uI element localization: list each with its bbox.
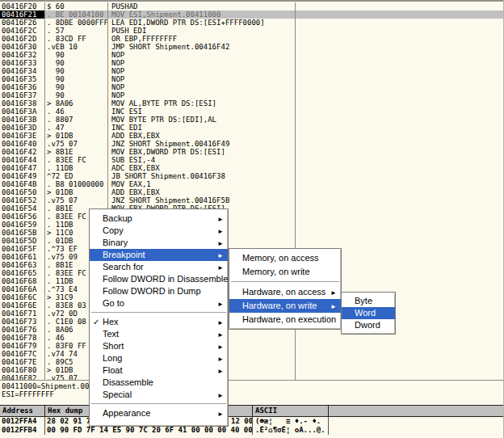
menu-item-go-to[interactable]: Go to► (90, 297, 228, 310)
disasm-row[interactable]: 00416F33 90NOP (0, 59, 504, 67)
disasm-row[interactable]: 00416F47. 11DBADC EBX,EBX (0, 164, 504, 172)
menu-item-backup[interactable]: Backup► (90, 213, 228, 225)
menu-item-label: Follow DWORD in Dump (103, 286, 201, 296)
menu-item-word[interactable]: Word (342, 307, 395, 319)
disasm-row[interactable]: 00416F37 90NOP (0, 91, 504, 99)
disasm-row[interactable]: 00416F40.v75 07JNZ SHORT Shipment.00416F… (0, 140, 504, 148)
comment-cell (296, 59, 504, 67)
disasm-row[interactable]: 00416F49^72 EDJB SHORT Shipment.00416F38 (0, 172, 504, 180)
checkmark-icon: ✓ (93, 316, 99, 328)
address-cell: 00416F79 (0, 342, 45, 350)
disasm-row[interactable]: 00416F7C.v74 74 (0, 350, 504, 358)
comment-cell (296, 51, 504, 59)
menu-item-hex[interactable]: ✓Hex► (90, 316, 228, 328)
menu-item-binary[interactable]: Binary► (90, 237, 228, 249)
disasm-row[interactable]: 00416F30.vEB 10JMP SHORT Shipment.00416F… (0, 43, 504, 51)
menu-item-byte[interactable]: Byte (342, 295, 395, 307)
menu-item-label: Float (103, 365, 122, 375)
menu-item-text[interactable]: Text► (90, 328, 228, 340)
disasm-row[interactable]: 00416F36 90NOP (0, 83, 504, 91)
address-cell: 00416F7C (0, 350, 45, 358)
disasm-row[interactable]: 00416F59. 11DB (0, 221, 504, 229)
address-cell: 00416F36 (0, 83, 45, 91)
disasm-row[interactable]: 00416F26. 8DBE 0000FFFFLEA EDI,DWORD PTR… (0, 19, 504, 27)
menu-item-appearance[interactable]: Appearance► (90, 407, 228, 419)
menu-item-label: Text (103, 329, 119, 339)
disasm-row[interactable]: 00416F52.v75 07JNZ SHORT Shipment.00416F… (0, 196, 504, 204)
disasm-cell: INC ESI (108, 107, 296, 116)
menu-item-disassemble[interactable]: Disassemble (90, 377, 228, 389)
menu-item-hardware-on-write[interactable]: Hardware, on write► (229, 299, 341, 313)
disasm-row[interactable]: 00416F3D. 47INC EDI (0, 124, 504, 132)
menu-item-follow-dword-in-disassembler[interactable]: Follow DWORD in Disassembler (90, 273, 228, 285)
disasm-row[interactable]: 00416F50> 01DBADD EBX,EBX (0, 188, 504, 196)
disasm-row[interactable]: 00416F44. 83EE FCSUB ESI,-4 (0, 156, 504, 164)
dump-rows: 0012FFA428 02 91 712 00(☻æ¦ ≡ ♦.- ♦.0012… (0, 417, 504, 435)
disasm-row[interactable]: 00416F56. 83EE FC (0, 213, 504, 221)
disasm-row[interactable]: 00416F3A. 46INC ESI (0, 107, 504, 116)
comment-cell (296, 91, 504, 99)
menu-item-dword[interactable]: Dword (342, 319, 395, 331)
disasm-row[interactable]: 00416F38> 8A06MOV AL,BYTE PTR DS:[ESI] (0, 99, 504, 107)
menu-item-float[interactable]: Float► (90, 364, 228, 377)
menu-item-label: Word (355, 308, 376, 318)
disasm-row[interactable]: 00416F2C. 57PUSH EDI (0, 27, 504, 35)
dump-row[interactable]: 0012FFA428 02 91 712 00(☻æ¦ ≡ ♦.- ♦. (0, 417, 504, 426)
menu-item-label: Short (103, 341, 124, 351)
disasm-row[interactable]: 00416F5B> 11C0 (0, 229, 504, 237)
disasm-row[interactable]: 00416F4B. B8 01000000MOV EAX,1 (0, 180, 504, 188)
menu-separator (91, 403, 226, 405)
disasm-row[interactable]: 00416F3E> 01DBADD EBX,EBX (0, 132, 504, 140)
comment-cell (296, 107, 504, 116)
menu-item-search-for[interactable]: Search for► (90, 261, 228, 273)
disasm-row[interactable]: 00416F35 90NOP (0, 75, 504, 83)
disasm-row[interactable]: 00416F20$ 60PUSHAD (0, 2, 504, 11)
address-cell: 00416F68 (0, 277, 45, 285)
opcode-cell: > 8A06 (45, 99, 108, 107)
disasm-row[interactable]: 00416F82.v75 07 (0, 374, 504, 380)
disasm-row[interactable]: 00416F5D. 01DB (0, 237, 504, 245)
address-cell: 00416F49 (0, 172, 45, 180)
menu-item-memory-on-write[interactable]: Memory, on write (229, 265, 341, 279)
comment-cell (296, 188, 504, 196)
menu-item-short[interactable]: Short► (90, 340, 228, 352)
address-cell: 00416F78 (0, 334, 45, 342)
dump-row[interactable]: 0012FFB400 90 FD 7F 14 E5 90 7C 20 6F 41… (0, 426, 504, 435)
address-cell: 00416F71 (0, 310, 45, 318)
menu-item-label: Copy (103, 225, 124, 235)
disasm-row[interactable]: 00416F2D. 83CD FFOR EBP,FFFFFFFF (0, 35, 504, 43)
menu-item-hardware-on-execution[interactable]: Hardware, on execution (229, 313, 341, 326)
menu-item-memory-on-access[interactable]: Memory, on access (229, 251, 341, 265)
address-cell: 00416F6C (0, 293, 45, 301)
disasm-row[interactable]: 00416F54. 8B1EMOV EBX,DWORD PTR DS:[ESI] (0, 204, 504, 213)
disasm-row[interactable]: 00416F21. BE 00104100MOV ESI,Shipment.00… (0, 11, 504, 19)
menu-item-special[interactable]: Special► (90, 389, 228, 401)
disasm-row[interactable]: 00416F79. 83F0 FF (0, 342, 504, 350)
menu-separator (91, 312, 226, 314)
address-cell: 00416F2C (0, 27, 45, 35)
disasm-row[interactable]: 00416F34 90NOP (0, 67, 504, 75)
comment-cell (296, 221, 504, 229)
disasm-row[interactable]: 00416F3B. 8807MOV BYTE PTR DS:[EDI],AL (0, 116, 504, 124)
disasm-row[interactable]: 00416F7E. 89C5 (0, 358, 504, 366)
disasm-row[interactable]: 00416F32 90NOP (0, 51, 504, 59)
comment-cell (296, 204, 504, 213)
disasm-cell: JB SHORT Shipment.00416F38 (108, 172, 296, 180)
opcode-cell: . 83EE FC (45, 156, 108, 164)
menu-item-copy[interactable]: Copy► (90, 225, 228, 237)
comment-cell (296, 237, 504, 245)
disasm-row[interactable]: 00416F78. 46 (0, 334, 504, 342)
disasm-row[interactable]: 00416F80> 01DB (0, 366, 504, 374)
menu-item-label: Binary (103, 238, 128, 247)
disasm-row[interactable]: 00416F42> 8B1EMOV EBX,DWORD PTR DS:[ESI] (0, 148, 504, 156)
menu-item-follow-dword-in-dump[interactable]: Follow DWORD in Dump (90, 285, 228, 297)
address-cell: 00416F65 (0, 269, 45, 277)
comment-cell (296, 358, 504, 366)
opcode-cell: 90 (45, 91, 108, 99)
menu-item-hardware-on-access[interactable]: Hardware, on access► (229, 285, 341, 299)
menu-item-label: Hex (103, 317, 119, 326)
menu-item-long[interactable]: Long► (90, 352, 228, 364)
menu-item-label: Hardware, on execution (242, 314, 336, 324)
menu-item-breakpoint[interactable]: Breakpoint► (90, 249, 228, 261)
disasm-cell: MOV EBX,DWORD PTR DS:[ESI] (108, 148, 296, 156)
